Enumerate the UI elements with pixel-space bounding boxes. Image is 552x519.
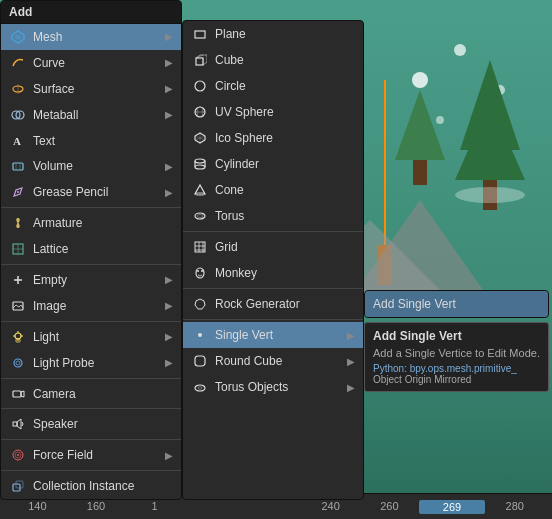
rock-generator-label: Rock Generator xyxy=(215,297,355,311)
image-icon xyxy=(9,297,27,315)
image-label: Image xyxy=(33,299,165,313)
svg-marker-45 xyxy=(17,419,21,429)
collection-instance-label: Collection Instance xyxy=(33,479,173,493)
svg-point-80 xyxy=(198,333,202,337)
timeline-260: 260 xyxy=(360,500,419,514)
svg-point-24 xyxy=(17,191,19,193)
tooltip-python: Python: bpy.ops.mesh.primitive_ xyxy=(373,363,540,374)
mesh-divider-1 xyxy=(183,231,363,232)
timeline-140: 140 xyxy=(8,500,67,514)
svg-rect-42 xyxy=(13,391,21,397)
svg-rect-51 xyxy=(195,31,205,38)
grease-pencil-icon xyxy=(9,183,27,201)
light-probe-arrow: ▶ xyxy=(165,357,173,368)
mesh-cone[interactable]: Cone xyxy=(183,177,363,203)
menu-item-mesh[interactable]: Mesh ▶ xyxy=(1,24,181,50)
mesh-torus-objects[interactable]: Torus Objects ▶ xyxy=(183,374,363,400)
svg-rect-52 xyxy=(196,58,203,65)
single-vert-label: Single Vert xyxy=(215,328,347,342)
menu-item-curve[interactable]: Curve ▶ xyxy=(1,50,181,76)
round-cube-arrow: ▶ xyxy=(347,356,355,367)
svg-rect-21 xyxy=(13,163,23,170)
menu-item-camera[interactable]: Camera xyxy=(1,381,181,407)
mesh-circle[interactable]: Circle xyxy=(183,73,363,99)
svg-point-48 xyxy=(17,454,19,456)
menu-item-surface[interactable]: Surface ▶ xyxy=(1,76,181,102)
svg-marker-79 xyxy=(195,299,205,309)
volume-icon xyxy=(9,157,27,175)
menu-item-light[interactable]: Light ▶ xyxy=(1,324,181,350)
curve-icon xyxy=(9,54,27,72)
svg-point-78 xyxy=(201,270,203,272)
timeline-280: 280 xyxy=(485,500,544,514)
cube-icon xyxy=(191,51,209,69)
cylinder-label: Cylinder xyxy=(215,157,355,171)
menu-item-empty[interactable]: Empty ▶ xyxy=(1,267,181,293)
rock-generator-icon xyxy=(191,295,209,313)
circle-icon xyxy=(191,77,209,95)
svg-marker-43 xyxy=(21,391,24,397)
lattice-icon xyxy=(9,240,27,258)
mesh-plane[interactable]: Plane xyxy=(183,21,363,47)
timeline-numbers: 140 160 1 240 260 269 280 xyxy=(0,500,552,514)
mesh-cube[interactable]: Cube xyxy=(183,47,363,73)
cone-icon xyxy=(191,181,209,199)
menu-item-metaball[interactable]: Metaball ▶ xyxy=(1,102,181,128)
cylinder-icon xyxy=(191,155,209,173)
grease-pencil-arrow: ▶ xyxy=(165,187,173,198)
svg-point-40 xyxy=(14,359,22,367)
collection-instance-icon xyxy=(9,477,27,495)
grid-icon xyxy=(191,238,209,256)
mesh-arrow: ▶ xyxy=(165,31,173,42)
svg-rect-81 xyxy=(195,356,205,366)
armature-label: Armature xyxy=(33,216,173,230)
mesh-round-cube[interactable]: Round Cube ▶ xyxy=(183,348,363,374)
mesh-uv-sphere[interactable]: UV Sphere xyxy=(183,99,363,125)
force-field-label: Force Field xyxy=(33,448,165,462)
mesh-cylinder[interactable]: Cylinder xyxy=(183,151,363,177)
menu-item-force-field[interactable]: Force Field ▶ xyxy=(1,442,181,468)
timeline-240: 240 xyxy=(301,500,360,514)
svg-point-76 xyxy=(196,268,204,278)
menu-item-grease-pencil[interactable]: Grease Pencil ▶ xyxy=(1,179,181,205)
force-field-icon xyxy=(9,446,27,464)
light-probe-icon xyxy=(9,354,27,372)
svg-text:A: A xyxy=(13,135,21,147)
metaball-arrow: ▶ xyxy=(165,109,173,120)
menu-item-image[interactable]: Image ▶ xyxy=(1,293,181,319)
cone-label: Cone xyxy=(215,183,355,197)
mesh-single-vert[interactable]: Single Vert ▶ xyxy=(183,322,363,348)
single-vert-submenu-area: Add Single Vert xyxy=(364,290,549,318)
empty-arrow: ▶ xyxy=(165,274,173,285)
menu-item-volume[interactable]: Volume ▶ xyxy=(1,153,181,179)
divider-6 xyxy=(1,439,181,440)
ico-sphere-icon xyxy=(191,129,209,147)
add-single-vert-button[interactable]: Add Single Vert xyxy=(365,291,548,317)
menu-item-armature[interactable]: Armature xyxy=(1,210,181,236)
menu-header: Add xyxy=(1,1,181,24)
divider-4 xyxy=(1,378,181,379)
svg-point-27 xyxy=(16,224,20,228)
svg-point-70 xyxy=(197,215,203,218)
speaker-icon xyxy=(9,415,27,433)
armature-icon xyxy=(9,214,27,232)
cube-label: Cube xyxy=(215,53,355,67)
lattice-label: Lattice xyxy=(33,242,173,256)
menu-item-collection-instance[interactable]: Collection Instance xyxy=(1,473,181,499)
single-vert-arrow: ▶ xyxy=(347,330,355,341)
monkey-label: Monkey xyxy=(215,266,355,280)
mesh-torus[interactable]: Torus xyxy=(183,203,363,229)
torus-objects-arrow: ▶ xyxy=(347,382,355,393)
menu-item-light-probe[interactable]: Light Probe ▶ xyxy=(1,350,181,376)
mesh-grid[interactable]: Grid xyxy=(183,234,363,260)
text-icon: A xyxy=(9,132,27,150)
image-arrow: ▶ xyxy=(165,300,173,311)
mesh-monkey[interactable]: Monkey xyxy=(183,260,363,286)
menu-item-text[interactable]: A Text xyxy=(1,128,181,154)
mesh-ico-sphere[interactable]: Ico Sphere xyxy=(183,125,363,151)
menu-item-speaker[interactable]: Speaker xyxy=(1,411,181,437)
menu-item-lattice[interactable]: Lattice xyxy=(1,236,181,262)
mesh-rock-generator[interactable]: Rock Generator xyxy=(183,291,363,317)
force-field-arrow: ▶ xyxy=(165,450,173,461)
light-arrow: ▶ xyxy=(165,331,173,342)
